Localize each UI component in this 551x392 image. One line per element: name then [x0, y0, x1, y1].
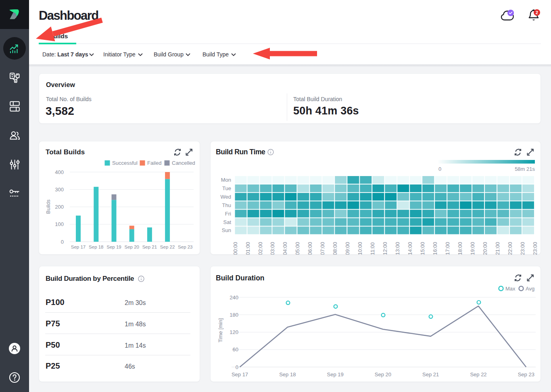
svg-text:Sep 23: Sep 23	[518, 371, 534, 377]
svg-text:240: 240	[230, 295, 238, 301]
svg-text:0: 0	[236, 364, 238, 370]
svg-text:0: 0	[61, 239, 64, 245]
svg-text:Sep 19: Sep 19	[327, 371, 343, 377]
svg-text:03:00: 03:00	[269, 242, 276, 255]
svg-text:Cancelled: Cancelled	[172, 160, 195, 166]
svg-text:Thu: Thu	[222, 202, 231, 208]
svg-text:Sep 17: Sep 17	[232, 371, 248, 377]
svg-text:19:00: 19:00	[470, 242, 476, 255]
svg-text:04:00: 04:00	[282, 242, 288, 255]
svg-text:Failed: Failed	[147, 160, 161, 166]
svg-text:Sep 19: Sep 19	[106, 245, 121, 249]
svg-text:06:00: 06:00	[307, 242, 313, 255]
svg-text:14:00: 14:00	[407, 242, 413, 255]
svg-text:22:00: 22:00	[507, 242, 513, 255]
svg-text:17:00: 17:00	[445, 242, 451, 255]
svg-text:Tue: Tue	[222, 185, 231, 191]
svg-text:11:00: 11:00	[369, 242, 376, 255]
svg-text:Build Duration: Build Duration	[216, 274, 265, 282]
svg-text:Total Builds: Total Builds	[46, 148, 85, 156]
svg-text:58m 21s: 58m 21s	[515, 166, 535, 172]
svg-text:120: 120	[230, 329, 238, 335]
svg-text:18:00: 18:00	[457, 242, 463, 255]
svg-text:16:00: 16:00	[432, 242, 438, 255]
svg-text:Sun: Sun	[222, 227, 231, 233]
svg-text:Mon: Mon	[221, 177, 231, 183]
svg-text:Time [min]: Time [min]	[217, 318, 223, 342]
svg-text:07:00: 07:00	[319, 242, 326, 255]
svg-text:23:00: 23:00	[532, 242, 538, 255]
svg-text:Sep 21: Sep 21	[422, 371, 439, 377]
svg-text:12:00: 12:00	[382, 242, 388, 255]
svg-text:Builds: Builds	[45, 199, 51, 214]
svg-text:180: 180	[230, 312, 238, 318]
svg-text:Sat: Sat	[223, 219, 231, 225]
svg-text:200: 200	[55, 204, 64, 210]
svg-text:Build Run Time: Build Run Time	[216, 148, 265, 156]
svg-text:Wed: Wed	[221, 194, 232, 200]
svg-text:01:00: 01:00	[245, 242, 251, 255]
svg-text:15:00: 15:00	[420, 242, 426, 255]
svg-text:Sep 22: Sep 22	[160, 245, 175, 249]
svg-text:Sep 20: Sep 20	[124, 245, 139, 249]
svg-text:09:00: 09:00	[344, 242, 351, 255]
svg-text:Sep 21: Sep 21	[142, 245, 157, 249]
svg-text:08:00: 08:00	[332, 242, 338, 255]
svg-text:21:00: 21:00	[495, 242, 501, 255]
svg-text:05:00: 05:00	[294, 242, 301, 255]
svg-text:Sep 22: Sep 22	[470, 371, 486, 377]
svg-text:10:00: 10:00	[357, 242, 363, 255]
svg-text:02:00: 02:00	[257, 242, 263, 255]
svg-text:Sep 23: Sep 23	[178, 245, 192, 249]
svg-text:Sep 18: Sep 18	[279, 371, 296, 377]
svg-text:Successful: Successful	[112, 160, 138, 166]
svg-text:Sep 18: Sep 18	[89, 245, 103, 249]
svg-text:100: 100	[55, 221, 64, 227]
svg-text:Max: Max	[505, 286, 516, 292]
svg-text:00:00: 00:00	[232, 242, 238, 255]
svg-text:300: 300	[55, 187, 64, 193]
svg-text:400: 400	[55, 169, 64, 175]
svg-text:Sep 17: Sep 17	[71, 245, 86, 249]
svg-text:20:00: 20:00	[482, 242, 488, 255]
svg-text:Sep 20: Sep 20	[375, 371, 391, 377]
svg-text:Avg: Avg	[526, 286, 534, 292]
svg-text:23:00: 23:00	[520, 242, 526, 255]
svg-text:0: 0	[438, 166, 441, 172]
svg-text:Fri: Fri	[225, 211, 231, 217]
svg-text:13:00: 13:00	[394, 242, 401, 255]
svg-text:60: 60	[233, 346, 238, 353]
